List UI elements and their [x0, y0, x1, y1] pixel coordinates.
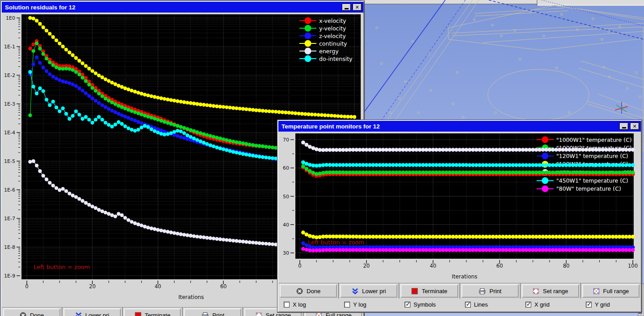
window-title: Temperature point monitors for 12: [281, 123, 618, 130]
lower-pri-button[interactable]: Lower pri: [64, 308, 121, 316]
svg-text:60: 60: [283, 165, 289, 171]
monitors-titlebar[interactable]: Temperature point monitors for 12 ✕: [278, 121, 641, 132]
done-button-cell: Done: [2, 307, 62, 316]
terminate-button[interactable]: Terminate: [401, 284, 458, 298]
svg-text:1E0: 1E0: [6, 15, 15, 21]
print-icon: [201, 312, 209, 316]
terminate-button[interactable]: Terminate: [124, 308, 181, 316]
done-icon: [296, 288, 303, 295]
lower-pri-button[interactable]: Lower pri: [340, 284, 397, 298]
symbols-checkbox-box[interactable]: [405, 302, 410, 307]
done-button[interactable]: Done: [280, 284, 337, 298]
legend-label: "1000W1" temperature (C): [556, 137, 632, 143]
set-range-button-label: Set range: [543, 288, 568, 295]
svg-text:20: 20: [89, 283, 96, 290]
svg-text:1E-8: 1E-8: [4, 244, 15, 250]
svg-text:40: 40: [430, 263, 436, 269]
print-button-cell: Print: [460, 283, 520, 299]
svg-text:80: 80: [563, 263, 570, 269]
print-button-label: Print: [213, 312, 225, 316]
close-icon[interactable]: ✕: [630, 123, 639, 130]
svg-text:40: 40: [154, 283, 161, 290]
minimize-icon[interactable]: [342, 4, 351, 11]
done-button-label: Done: [307, 288, 320, 295]
print-button[interactable]: Print: [461, 284, 519, 298]
done-icon: [20, 312, 26, 316]
x-grid-checkbox-label: X grid: [534, 301, 550, 308]
plot-annotation: Left button = zoom: [34, 264, 90, 270]
svg-text:0: 0: [298, 263, 301, 269]
monitors-chart[interactable]: 3040506070020406080100Iterations"1000W1"…: [278, 132, 639, 283]
svg-text:50: 50: [283, 194, 289, 200]
full-range-button-cell: Full range: [580, 283, 641, 299]
svg-text:100: 100: [628, 263, 638, 269]
terminate-button-label: Terminate: [145, 312, 171, 316]
y-log-checkbox[interactable]: Y log: [339, 301, 399, 308]
print-icon: [478, 288, 486, 295]
full-range-button[interactable]: Full range: [582, 284, 640, 298]
set-range-button[interactable]: Set range: [522, 284, 579, 298]
application-screen: Solution residuals for 12 ✕ 1E01E-11E-21…: [0, 0, 644, 316]
y-grid-checkbox-box[interactable]: [586, 302, 592, 307]
x-log-checkbox-box[interactable]: [284, 302, 290, 307]
set-range-button-cell: Set range: [520, 283, 580, 299]
svg-text:70: 70: [283, 137, 289, 143]
residuals-titlebar[interactable]: Solution residuals for 12 ✕: [2, 2, 363, 13]
x-log-checkbox-label: X log: [293, 301, 306, 308]
plot-annotation: Left button = zoom: [308, 239, 364, 246]
legend-label: do-intensity: [319, 56, 353, 62]
terminate-button-cell: Terminate: [122, 307, 183, 316]
svg-text:60: 60: [220, 283, 227, 290]
lower-pri-icon: [352, 288, 358, 295]
svg-text:60: 60: [496, 263, 503, 269]
lower-pri-button-label: Lower pri: [362, 288, 386, 295]
svg-text:0: 0: [25, 283, 28, 290]
svg-text:40: 40: [283, 222, 289, 228]
monitors-checkbox-row: X logY logSymbolsLinesX gridY grid: [278, 299, 641, 310]
done-button[interactable]: Done: [3, 308, 60, 316]
legend-label: energy: [319, 48, 339, 55]
print-button-label: Print: [490, 288, 502, 295]
svg-text:1E-1: 1E-1: [4, 44, 15, 50]
terminate-button-label: Terminate: [422, 288, 447, 295]
done-button-label: Done: [30, 312, 44, 316]
y-grid-checkbox[interactable]: Y grid: [580, 301, 641, 308]
terminate-icon: [411, 288, 418, 295]
legend-label: "450W1" temperature (C): [556, 177, 628, 184]
legend-label: x-velocity: [319, 17, 346, 24]
x-grid-checkbox[interactable]: X grid: [520, 301, 580, 308]
legend-label: "120W1" temperature (C): [556, 153, 628, 159]
svg-text:1E-2: 1E-2: [4, 73, 15, 78]
svg-text:1E-6: 1E-6: [4, 187, 15, 193]
y-grid-checkbox-label: Y grid: [595, 301, 610, 308]
x-axis-label: Iterations: [178, 294, 204, 300]
svg-text:1E-3: 1E-3: [4, 101, 15, 107]
legend-label: z-velocity: [319, 33, 346, 39]
svg-text:20: 20: [363, 263, 370, 269]
legend-label: continuity: [319, 40, 347, 47]
window-title: Solution residuals for 12: [5, 4, 340, 11]
print-button[interactable]: Print: [184, 308, 241, 316]
symbols-checkbox-label: Symbols: [414, 301, 436, 308]
svg-text:1E-7: 1E-7: [4, 216, 15, 222]
x-grid-checkbox-box[interactable]: [525, 302, 531, 307]
set-range-icon: [256, 312, 262, 316]
y-log-checkbox-label: Y log: [353, 301, 366, 308]
terminate-icon: [135, 312, 141, 316]
y-log-checkbox-box[interactable]: [344, 302, 350, 307]
full-range-button-label: Full range: [603, 288, 629, 295]
monitors-window: Temperature point monitors for 12 ✕ 3040…: [277, 120, 642, 312]
minimize-icon[interactable]: [619, 123, 628, 130]
lines-checkbox-box[interactable]: [465, 302, 471, 307]
svg-text:1E-4: 1E-4: [4, 130, 15, 136]
lines-checkbox-label: Lines: [474, 301, 488, 308]
close-icon[interactable]: ✕: [353, 4, 362, 11]
set-range-icon: [533, 288, 539, 295]
print-button-cell: Print: [182, 307, 243, 316]
lower-pri-icon: [75, 312, 82, 316]
symbols-checkbox[interactable]: Symbols: [399, 301, 460, 308]
x-log-checkbox[interactable]: X log: [278, 301, 339, 308]
x-axis-label: Iterations: [452, 273, 477, 280]
lines-checkbox[interactable]: Lines: [460, 301, 520, 308]
svg-text:1E-9: 1E-9: [4, 273, 15, 279]
